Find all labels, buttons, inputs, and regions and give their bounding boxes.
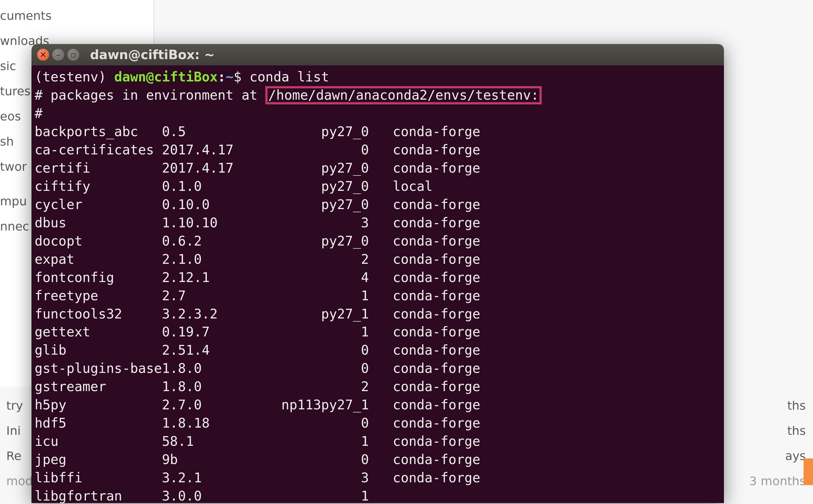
maximize-icon: ▫ <box>70 50 76 59</box>
pkg-name: gettext <box>35 323 162 341</box>
pkg-version: 0.19.7 <box>162 323 266 341</box>
pkg-version: 2017.4.17 <box>162 141 266 159</box>
minimize-icon: – <box>56 50 60 59</box>
pkg-build: 0 <box>265 141 369 159</box>
package-row: expat2.1.02conda-forge <box>35 250 721 269</box>
prompt-colon: : <box>218 69 226 85</box>
package-row: gst-plugins-base1.8.00conda-forge <box>35 359 721 378</box>
pkg-name: glib <box>35 341 162 359</box>
pkg-name: fontconfig <box>35 269 162 287</box>
close-icon: ✕ <box>40 50 47 59</box>
package-row: gstreamer1.8.02conda-forge <box>35 378 721 396</box>
pkg-version: 0.10.0 <box>162 196 266 214</box>
pkg-build: 2 <box>265 250 369 269</box>
package-row: backports_abc0.5py27_0conda-forge <box>35 123 721 141</box>
pkg-version: 2.12.1 <box>162 269 266 287</box>
pkg-channel: conda-forge <box>393 341 480 359</box>
terminal-body[interactable]: (testenv) dawn@ciftiBox:~$ conda list # … <box>31 65 724 503</box>
package-row: icu58.11conda-forge <box>35 432 721 451</box>
terminal-window: ✕ – ▫ dawn@ciftiBox: ~ (testenv) dawn@ci… <box>31 44 724 503</box>
package-row: freetype2.71conda-forge <box>35 287 721 305</box>
pkg-name: dbus <box>35 214 162 232</box>
pkg-name: docopt <box>35 232 162 250</box>
pkg-channel: conda-forge <box>393 305 480 323</box>
pkg-channel: conda-forge <box>393 141 480 159</box>
pkg-build: 0 <box>265 359 369 378</box>
pkg-version: 0.5 <box>162 123 266 141</box>
package-row: ciftify0.1.0py27_0local <box>35 177 721 196</box>
pkg-name: libgfortran <box>35 487 162 503</box>
pkg-build: 1 <box>265 432 369 451</box>
pkg-channel: conda-forge <box>393 396 480 414</box>
pkg-name: expat <box>35 250 162 269</box>
window-close-button[interactable]: ✕ <box>37 49 49 61</box>
pkg-build: py27_0 <box>265 196 369 214</box>
pkg-version: 9b <box>162 451 266 469</box>
pkg-build: py27_1 <box>265 305 369 323</box>
pkg-name: gstreamer <box>35 378 162 396</box>
pkg-version: 3.0.0 <box>162 487 266 503</box>
row-time: ays <box>785 449 806 463</box>
row-time: 3 months <box>749 474 806 488</box>
package-row: certifi2017.4.17py27_0conda-forge <box>35 159 721 177</box>
prompt-path: ~ <box>226 69 234 85</box>
row-name: Re <box>6 449 21 463</box>
pkg-name: jpeg <box>35 451 162 469</box>
package-row: ca-certificates2017.4.170conda-forge <box>35 141 721 159</box>
pkg-version: 2.7 <box>162 287 266 305</box>
package-row: jpeg9b0conda-forge <box>35 451 721 469</box>
pkg-channel: conda-forge <box>393 469 480 487</box>
hash-line: # <box>35 106 42 121</box>
pkg-build: 1 <box>265 287 369 305</box>
pkg-name: libffi <box>35 469 162 487</box>
pkg-channel: conda-forge <box>393 214 480 232</box>
package-row: functools323.2.3.2py27_1conda-forge <box>35 305 721 323</box>
pkg-name: functools32 <box>35 305 162 323</box>
pkg-name: freetype <box>35 287 162 305</box>
pkg-build: 2 <box>265 378 369 396</box>
pkg-build: 4 <box>265 269 369 287</box>
package-row: fontconfig2.12.14conda-forge <box>35 269 721 287</box>
window-minimize-button[interactable]: – <box>52 49 64 61</box>
pkg-name: gst-plugins-base <box>35 359 162 378</box>
pkg-name: h5py <box>35 396 162 414</box>
pkg-channel: conda-forge <box>393 232 480 250</box>
package-row: h5py2.7.0np113py27_1conda-forge <box>35 396 721 414</box>
pkg-build: py27_0 <box>265 159 369 177</box>
pkg-version: 1.8.0 <box>162 359 266 378</box>
sidebar-item[interactable]: cuments <box>0 3 153 28</box>
pkg-version: 3.2.1 <box>162 469 266 487</box>
package-row: dbus1.10.103conda-forge <box>35 214 721 232</box>
pkg-version: 0.6.2 <box>162 232 266 250</box>
pkg-version: 2017.4.17 <box>162 159 266 177</box>
scrollbar-thumb[interactable] <box>804 458 813 485</box>
pkg-channel: conda-forge <box>393 196 480 214</box>
pkg-build: py27_0 <box>265 232 369 250</box>
package-row: glib2.51.40conda-forge <box>35 341 721 359</box>
pkg-channel: conda-forge <box>393 378 480 396</box>
pkg-build: 0 <box>265 341 369 359</box>
pkg-version: 2.51.4 <box>162 341 266 359</box>
pkg-build: 1 <box>265 487 369 503</box>
row-time: ths <box>787 424 806 438</box>
row-name: Ini <box>6 424 21 438</box>
pkg-version: 2.1.0 <box>162 250 266 269</box>
window-maximize-button[interactable]: ▫ <box>67 49 79 61</box>
package-row: docopt0.6.2py27_0conda-forge <box>35 232 721 250</box>
package-row: libffi3.2.13conda-forge <box>35 469 721 487</box>
window-title: dawn@ciftiBox: ~ <box>90 47 215 62</box>
window-titlebar[interactable]: ✕ – ▫ dawn@ciftiBox: ~ <box>31 44 724 65</box>
pkg-channel: conda-forge <box>393 414 480 432</box>
output-header-prefix: # packages in environment at <box>35 87 265 103</box>
pkg-channel: local <box>393 177 432 196</box>
pkg-name: ca-certificates <box>35 141 162 159</box>
pkg-channel: conda-forge <box>393 451 480 469</box>
pkg-build: 0 <box>265 414 369 432</box>
pkg-channel: conda-forge <box>393 323 480 341</box>
pkg-version: 1.10.10 <box>162 214 266 232</box>
pkg-version: 0.1.0 <box>162 177 266 196</box>
prompt-userhost: dawn@ciftiBox <box>114 69 218 85</box>
prompt-dollar: $ <box>234 69 242 85</box>
pkg-version: 1.8.0 <box>162 378 266 396</box>
pkg-version: 2.7.0 <box>162 396 266 414</box>
